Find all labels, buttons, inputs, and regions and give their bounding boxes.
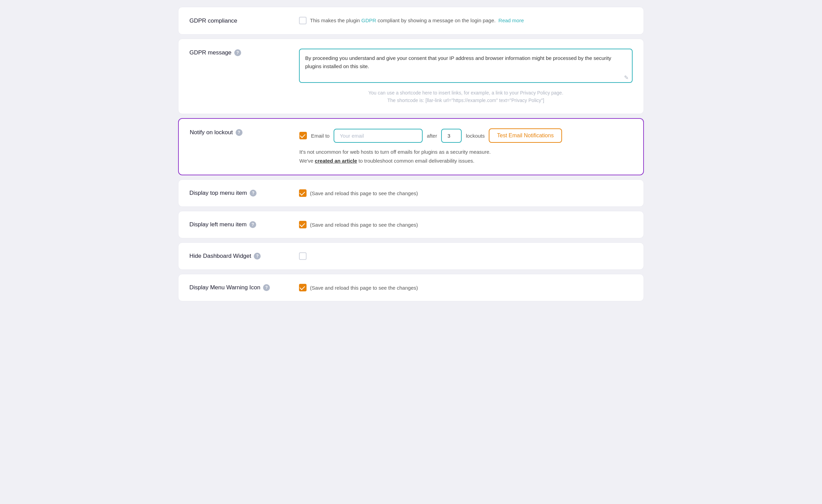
email-to-label: Email to xyxy=(311,133,329,139)
edit-icon: ✎ xyxy=(624,74,628,81)
gdpr-compliance-text: This makes the plugin GDPR compliant by … xyxy=(310,17,524,25)
display-left-menu-card: Display left menu item ? (Save and reloa… xyxy=(178,211,644,238)
gdpr-message-help-icon[interactable]: ? xyxy=(234,49,241,56)
display-top-menu-card: Display top menu item ? (Save and reload… xyxy=(178,179,644,207)
gdpr-compliance-content: This makes the plugin GDPR compliant by … xyxy=(299,17,633,25)
page-wrapper: GDPR compliance This makes the plugin GD… xyxy=(178,7,644,301)
gdpr-link[interactable]: GDPR xyxy=(361,17,376,23)
display-top-menu-label: Display top menu item ? xyxy=(189,190,285,197)
notify-lockout-content: Email to after lockouts Test Email Notif… xyxy=(299,128,632,165)
hide-dashboard-widget-help-icon[interactable]: ? xyxy=(254,253,261,260)
display-top-menu-checkbox[interactable] xyxy=(299,189,307,197)
display-top-menu-help-icon[interactable]: ? xyxy=(250,190,257,197)
after-label: after xyxy=(427,133,437,139)
gdpr-compliance-label: GDPR compliance xyxy=(189,17,285,24)
notify-description: It's not uncommon for web hosts to turn … xyxy=(299,148,632,165)
hide-dashboard-widget-content xyxy=(299,252,307,260)
display-left-menu-label: Display left menu item ? xyxy=(189,221,285,228)
display-left-menu-row: Display left menu item ? (Save and reloa… xyxy=(189,221,633,228)
gdpr-message-card: GDPR message ? By proceeding you underst… xyxy=(178,39,644,114)
created-article-link[interactable]: created an article xyxy=(315,158,357,164)
lockouts-label: lockouts xyxy=(466,133,485,139)
gdpr-message-textarea-container: By proceeding you understand and give yo… xyxy=(299,49,633,84)
notify-inline-row: Email to after lockouts Test Email Notif… xyxy=(299,128,632,143)
gdpr-message-label: GDPR message ? xyxy=(189,49,285,56)
notify-lockout-row: Notify on lockout ? Email to after locko… xyxy=(190,128,632,165)
display-menu-warning-icon-help-icon[interactable]: ? xyxy=(263,284,270,291)
display-menu-warning-icon-label: Display Menu Warning Icon ? xyxy=(189,284,285,291)
lockout-count-input[interactable] xyxy=(441,129,462,143)
notify-lockout-label: Notify on lockout ? xyxy=(190,128,286,136)
gdpr-compliance-checkbox[interactable] xyxy=(299,17,307,24)
display-left-menu-content: (Save and reload this page to see the ch… xyxy=(299,221,418,228)
display-top-menu-content: (Save and reload this page to see the ch… xyxy=(299,189,418,197)
gdpr-message-content: By proceeding you understand and give yo… xyxy=(299,49,633,104)
gdpr-message-row: GDPR message ? By proceeding you underst… xyxy=(189,49,633,104)
display-left-menu-checkbox[interactable] xyxy=(299,221,307,228)
display-menu-warning-icon-checkbox[interactable] xyxy=(299,284,307,291)
display-top-menu-row: Display top menu item ? (Save and reload… xyxy=(189,189,633,197)
display-menu-warning-icon-row: Display Menu Warning Icon ? (Save and re… xyxy=(189,284,633,291)
notify-lockout-card: Notify on lockout ? Email to after locko… xyxy=(178,118,644,175)
display-menu-warning-icon-content: (Save and reload this page to see the ch… xyxy=(299,284,418,291)
display-left-menu-help-icon[interactable]: ? xyxy=(249,221,256,228)
display-menu-warning-icon-card: Display Menu Warning Icon ? (Save and re… xyxy=(178,274,644,301)
gdpr-compliance-card: GDPR compliance This makes the plugin GD… xyxy=(178,7,644,35)
hide-dashboard-widget-checkbox[interactable] xyxy=(299,252,307,260)
notify-lockout-checkbox[interactable] xyxy=(299,132,307,139)
gdpr-compliance-checkbox-wrapper: This makes the plugin GDPR compliant by … xyxy=(299,17,633,25)
test-email-button[interactable]: Test Email Notifications xyxy=(489,128,562,143)
read-more-link[interactable]: Read more xyxy=(498,17,524,23)
notify-email-input[interactable] xyxy=(334,129,423,143)
hide-dashboard-widget-label: Hide Dashboard Widget ? xyxy=(189,253,285,260)
hide-dashboard-widget-row: Hide Dashboard Widget ? xyxy=(189,252,633,260)
gdpr-compliance-row: GDPR compliance This makes the plugin GD… xyxy=(189,17,633,25)
gdpr-message-textarea[interactable]: By proceeding you understand and give yo… xyxy=(299,49,633,83)
notify-lockout-help-icon[interactable]: ? xyxy=(236,129,242,136)
hide-dashboard-widget-card: Hide Dashboard Widget ? xyxy=(178,242,644,270)
gdpr-message-hint: You can use a shortcode here to insert l… xyxy=(299,89,633,104)
